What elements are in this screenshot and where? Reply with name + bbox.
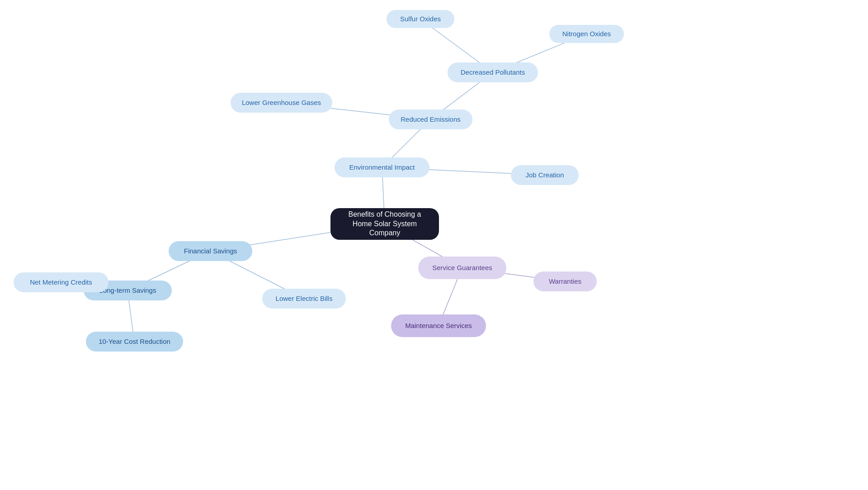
node-environmental-impact: Environmental Impact bbox=[335, 157, 429, 177]
node-warranties: Warranties bbox=[533, 271, 597, 291]
node-financial-savings: Financial Savings bbox=[169, 241, 252, 261]
sulfur-oxides-label: Sulfur Oxides bbox=[400, 14, 441, 24]
center-label: Benefits of Choosing a Home Solar System… bbox=[340, 210, 430, 238]
node-nitrogen-oxides: Nitrogen Oxides bbox=[549, 25, 624, 43]
service-guarantees-label: Service Guarantees bbox=[432, 263, 492, 272]
center-node: Benefits of Choosing a Home Solar System… bbox=[330, 208, 439, 240]
node-maintenance-services: Maintenance Services bbox=[391, 314, 486, 337]
node-sulfur-oxides: Sulfur Oxides bbox=[387, 10, 454, 28]
maintenance-services-label: Maintenance Services bbox=[405, 321, 472, 330]
lower-electric-bills-label: Lower Electric Bills bbox=[276, 294, 333, 303]
job-creation-label: Job Creation bbox=[525, 171, 564, 180]
cost-reduction-label: 10-Year Cost Reduction bbox=[99, 337, 170, 346]
node-net-metering: Net Metering Credits bbox=[14, 272, 108, 292]
lower-greenhouse-label: Lower Greenhouse Gases bbox=[242, 98, 321, 107]
long-term-savings-label: Long-term Savings bbox=[99, 286, 156, 295]
decreased-pollutants-label: Decreased Pollutants bbox=[461, 68, 525, 77]
node-job-creation: Job Creation bbox=[511, 165, 579, 185]
node-lower-greenhouse: Lower Greenhouse Gases bbox=[231, 93, 332, 113]
node-lower-electric-bills: Lower Electric Bills bbox=[262, 289, 346, 309]
net-metering-label: Net Metering Credits bbox=[30, 278, 92, 287]
warranties-label: Warranties bbox=[549, 277, 581, 286]
financial-savings-label: Financial Savings bbox=[184, 247, 237, 256]
node-cost-reduction: 10-Year Cost Reduction bbox=[86, 332, 183, 352]
node-reduced-emissions: Reduced Emissions bbox=[389, 109, 472, 129]
nitrogen-oxides-label: Nitrogen Oxides bbox=[562, 29, 611, 38]
environmental-impact-label: Environmental Impact bbox=[349, 163, 415, 172]
node-service-guarantees: Service Guarantees bbox=[418, 257, 506, 279]
reduced-emissions-label: Reduced Emissions bbox=[401, 115, 461, 124]
node-decreased-pollutants: Decreased Pollutants bbox=[448, 62, 538, 82]
